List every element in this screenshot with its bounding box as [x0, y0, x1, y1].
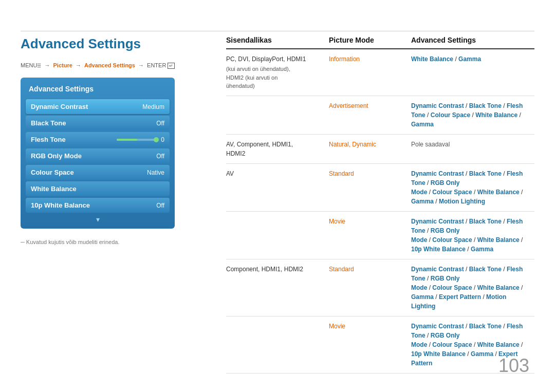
black-tone-value: Off	[156, 120, 164, 127]
table-row: AV, Component, HDMI1,HDMI2 Natural, Dyna…	[226, 135, 534, 164]
breadcrumb: MENU☰ → Picture → Advanced Settings → EN…	[21, 62, 211, 68]
breadcrumb-arrow-3: →	[138, 62, 145, 68]
source-cell-3: AV, Component, HDMI1,HDMI2	[226, 140, 329, 158]
breadcrumb-arrow-2: →	[76, 62, 83, 68]
mode-cell-2: Advertisement	[329, 101, 411, 110]
table-row: AV Standard Dynamic Contrast / Black Ton…	[226, 164, 534, 212]
no-data-text: Pole saadaval	[411, 141, 450, 148]
col-header-settings: Advanced Settings	[411, 36, 534, 44]
settings-cell-2: Dynamic Contrast / Black Tone / Flesh To…	[411, 101, 534, 129]
settings-cell-6: Dynamic Contrast / Black Tone / Flesh To…	[411, 265, 534, 311]
page-number: 103	[498, 355, 529, 377]
mode-cell-4: Standard	[329, 169, 411, 178]
menu-item-colour-space[interactable]: Colour Space Native	[26, 165, 170, 180]
source-cell-6: Component, HDMI1, HDMI2	[226, 265, 329, 274]
colour-space-value: Native	[147, 169, 164, 176]
link-gamma: Gamma	[458, 55, 481, 63]
breadcrumb-arrow-1: →	[44, 62, 51, 68]
mode-cell-6: Standard	[329, 265, 411, 274]
settings-panel: Advanced Settings Dynamic Contrast Mediu…	[21, 78, 175, 229]
link-white-balance-2: White Balance	[475, 111, 517, 119]
mode-cell-1: Information	[329, 54, 411, 64]
breadcrumb-enter: ENTER ↵	[147, 62, 175, 68]
menu-item-flesh-tone[interactable]: Flesh Tone 0	[26, 132, 170, 147]
dynamic-contrast-label: Dynamic Contrast	[31, 103, 88, 110]
source-text-1: PC, DVI, DisplayPort, HDMI1	[226, 55, 306, 63]
menu-item-black-tone[interactable]: Black Tone Off	[26, 116, 170, 130]
table-row: Movie Dynamic Contrast / Black Tone / Fl…	[226, 212, 534, 259]
more-items-indicator: ▾	[26, 215, 170, 223]
settings-cell-1: White Balance / Gamma	[411, 54, 534, 64]
rgb-only-value: Off	[156, 153, 164, 160]
flesh-tone-value: 0	[161, 136, 164, 143]
dynamic-contrast-value: Medium	[142, 103, 164, 110]
source-cell-4: AV	[226, 169, 329, 178]
menu-item-white-balance[interactable]: White Balance	[26, 181, 170, 196]
source-cell-1: PC, DVI, DisplayPort, HDMI1 (kui arvuti …	[226, 54, 329, 90]
footnote: Kuvatud kujutis võib mudeliti erineda.	[21, 239, 211, 245]
breadcrumb-menu: MENU☰	[21, 62, 41, 68]
left-column: Advanced Settings MENU☰ → Picture → Adva…	[21, 36, 211, 245]
black-tone-label: Black Tone	[31, 119, 66, 127]
table-row: PC, DVI, DisplayPort, HDMI1 (kui arvuti …	[226, 49, 534, 96]
settings-panel-title: Advanced Settings	[26, 83, 170, 95]
flesh-tone-slider-dot	[154, 137, 159, 142]
flesh-tone-slider-container: 0	[117, 136, 164, 143]
table-row: Component, HDMI1, HDMI2 Standard Dynamic…	[226, 259, 534, 316]
menu-item-dynamic-contrast[interactable]: Dynamic Contrast Medium	[26, 99, 170, 114]
colour-space-label: Colour Space	[31, 169, 74, 176]
settings-cell-5: Dynamic Contrast / Black Tone / Flesh To…	[411, 217, 534, 254]
white-balance-label: White Balance	[31, 185, 77, 193]
top-divider	[21, 31, 534, 31]
table-row: Advertisement Dynamic Contrast / Black T…	[226, 96, 534, 135]
rgb-only-label: RGB Only Mode	[31, 152, 82, 160]
breadcrumb-picture: Picture	[53, 62, 72, 68]
link-gamma-2: Gamma	[411, 121, 434, 128]
col-header-mode: Picture Mode	[329, 36, 411, 44]
source-sub-1: (kui arvuti on ühendatud),HDMI2 (kui arv…	[226, 65, 324, 90]
flesh-tone-slider-bar[interactable]	[117, 139, 158, 141]
mode-cell-5: Movie	[329, 217, 411, 226]
settings-cell-4: Dynamic Contrast / Black Tone / Flesh To…	[411, 169, 534, 206]
col-header-source: Sisendallikas	[226, 36, 329, 44]
flesh-tone-label: Flesh Tone	[31, 136, 66, 143]
10p-white-balance-value: Off	[156, 202, 164, 209]
flesh-tone-slider-fill	[117, 139, 137, 141]
10p-white-balance-label: 10p White Balance	[31, 201, 90, 209]
link-white-balance: White Balance	[411, 55, 453, 63]
menu-item-rgb-only[interactable]: RGB Only Mode Off	[26, 148, 170, 163]
table-row: Movie Dynamic Contrast / Black Tone / Fl…	[226, 316, 534, 374]
link-colour-space: Colour Space	[431, 111, 470, 119]
link-dyn-contrast: Dynamic Contrast	[411, 102, 464, 109]
mode-cell-7: Movie	[329, 322, 411, 331]
table-header: Sisendallikas Picture Mode Advanced Sett…	[226, 36, 534, 49]
settings-cell-3: Pole saadaval	[411, 140, 534, 149]
menu-item-10p-white-balance[interactable]: 10p White Balance Off	[26, 198, 170, 213]
page-title: Advanced Settings	[21, 36, 211, 52]
right-column: Sisendallikas Picture Mode Advanced Sett…	[226, 36, 534, 374]
link-black-tone: Black Tone	[469, 102, 502, 109]
mode-cell-3: Natural, Dynamic	[329, 140, 411, 149]
breadcrumb-advanced: Advanced Settings	[84, 62, 135, 68]
